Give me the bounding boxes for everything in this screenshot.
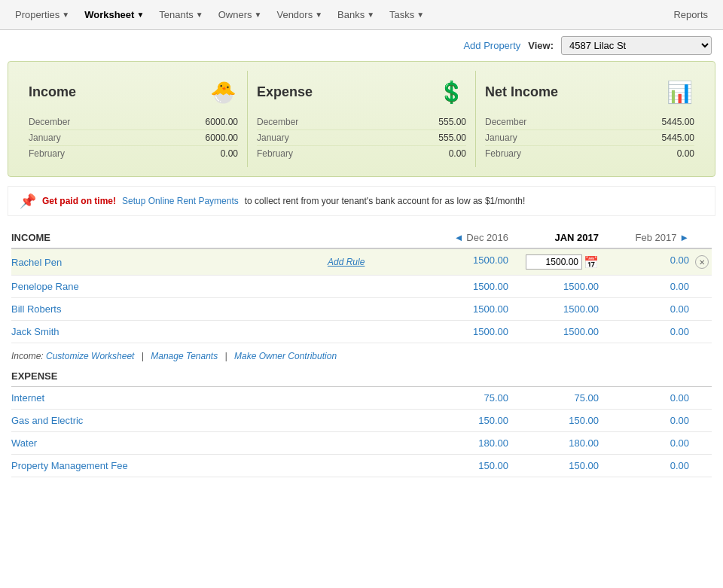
close-row-button[interactable]: ✕ [695, 255, 709, 269]
water-feb[interactable]: 0.00 [599, 437, 689, 449]
income-section: INCOME ◄ Dec 2016 JAN 2017 Feb 2017 ► Ra… [0, 220, 723, 485]
view-label: View: [528, 40, 554, 51]
calendar-icon[interactable]: 📅 [584, 255, 599, 270]
bill-amounts: 1500.00 1500.00 0.00 [418, 303, 689, 315]
penelope-jan[interactable]: 1500.00 [508, 281, 599, 292]
top-controls: Add Property View: 4587 Lilac St [0, 30, 723, 61]
internet-feb[interactable]: 0.00 [599, 392, 689, 404]
water-amounts: 180.00 180.00 0.00 [418, 437, 689, 449]
next-month-arrow[interactable]: ► [679, 232, 689, 243]
income-icon: 🐣 [208, 77, 238, 107]
expense-gas-electric[interactable]: Gas and Electric [11, 415, 343, 426]
net-income-card-title: Net Income [485, 84, 558, 100]
expense-card-title: Expense [257, 84, 313, 100]
water-dec[interactable]: 180.00 [418, 437, 508, 449]
expense-row-water: Water 180.00 180.00 0.00 [11, 432, 712, 455]
view-select[interactable]: 4587 Lilac St [561, 36, 712, 55]
expense-row-gas-electric: Gas and Electric 150.00 150.00 0.00 [11, 410, 712, 432]
gas-dec[interactable]: 150.00 [418, 415, 508, 426]
income-links: Income: Customize Worksheet | Manage Ten… [11, 343, 712, 367]
tenant-jack-smith[interactable]: Jack Smith [11, 326, 343, 337]
rachel-dec[interactable]: 1500.00 [418, 254, 508, 270]
nav-item-tenants[interactable]: Tenants ▼ [151, 0, 210, 29]
nav-item-tasks[interactable]: Tasks ▼ [382, 0, 432, 29]
manage-tenants-link[interactable]: Manage Tenants [151, 351, 218, 361]
make-owner-contribution-link[interactable]: Make Owner Contribution [234, 351, 337, 361]
expense-row-internet: Internet 75.00 75.00 0.00 [11, 387, 712, 410]
vendors-caret: ▼ [315, 11, 322, 19]
bell-icon: 📌 [20, 193, 36, 209]
nav-item-worksheet[interactable]: Worksheet ▼ [77, 0, 151, 29]
expense-property-mgmt[interactable]: Property Management Fee [11, 460, 343, 471]
nav-item-vendors[interactable]: Vendors ▼ [269, 0, 330, 29]
main-nav: Properties ▼ Worksheet ▼ Tenants ▼ Owner… [0, 0, 723, 30]
penelope-dec[interactable]: 1500.00 [418, 281, 508, 292]
bill-jan[interactable]: 1500.00 [508, 303, 599, 315]
owners-caret: ▼ [255, 11, 262, 19]
mgmt-dec[interactable]: 150.00 [418, 460, 508, 471]
promo-banner: 📌 Get paid on time! Setup Online Rent Pa… [8, 186, 715, 216]
mgmt-amounts: 150.00 150.00 0.00 [418, 460, 689, 471]
nav-item-reports[interactable]: Reports [666, 0, 715, 29]
promo-bold: Get paid on time! [42, 196, 116, 206]
rachel-jan: 📅 [508, 254, 599, 270]
jack-jan[interactable]: 1500.00 [508, 326, 599, 337]
expense-row-property-mgmt: Property Management Fee 150.00 150.00 0.… [11, 455, 712, 477]
jack-dec[interactable]: 1500.00 [418, 326, 508, 337]
income-card-title: Income [29, 84, 76, 100]
income-row-jack-smith: Jack Smith 1500.00 1500.00 0.00 [11, 321, 712, 343]
bill-feb[interactable]: 0.00 [599, 303, 689, 315]
nav-item-banks[interactable]: Banks ▼ [330, 0, 382, 29]
gas-feb[interactable]: 0.00 [599, 415, 689, 426]
nav-item-properties[interactable]: Properties ▼ [8, 0, 77, 29]
promo-rest: to collect rent from your tenant's bank … [245, 196, 525, 206]
income-card: Income 🐣 December 6000.00 January 6000.0… [20, 71, 248, 167]
internet-jan[interactable]: 75.00 [508, 392, 599, 404]
tenant-penelope-rane[interactable]: Penelope Rane [11, 281, 343, 292]
tenant-bill-roberts[interactable]: Bill Roberts [11, 303, 343, 315]
rachel-jan-input[interactable] [526, 254, 582, 270]
expense-row-january: January 555.00 [257, 130, 466, 146]
rachel-feb[interactable]: 0.00 [599, 254, 689, 270]
internet-amounts: 75.00 75.00 0.00 [418, 392, 689, 404]
month-feb-2017: Feb 2017 ► [599, 232, 689, 243]
internet-dec[interactable]: 75.00 [418, 392, 508, 404]
mgmt-jan[interactable]: 150.00 [508, 460, 599, 471]
water-jan[interactable]: 180.00 [508, 437, 599, 449]
income-row-february: February 0.00 [29, 146, 238, 161]
promo-link[interactable]: Setup Online Rent Payments [122, 196, 239, 206]
tenant-rachel-pen[interactable]: Rachel Pen [11, 257, 328, 268]
net-income-row-february: February 0.00 [485, 146, 694, 161]
income-row-penelope-rane: Penelope Rane 1500.00 1500.00 0.00 [11, 276, 712, 298]
mgmt-feb[interactable]: 0.00 [599, 460, 689, 471]
expense-icon: 💲 [436, 77, 466, 107]
customize-worksheet-link[interactable]: Customize Worksheet [46, 351, 134, 361]
expense-section-title: EXPENSE [11, 367, 712, 387]
income-header-row: INCOME ◄ Dec 2016 JAN 2017 Feb 2017 ► [11, 227, 712, 249]
month-headers: ◄ Dec 2016 JAN 2017 Feb 2017 ► [418, 232, 689, 243]
worksheet-caret: ▼ [136, 11, 144, 19]
rachel-amounts: 1500.00 📅 0.00 [418, 254, 689, 270]
expense-card: Expense 💲 December 555.00 January 555.00… [248, 71, 476, 167]
properties-caret: ▼ [62, 11, 69, 19]
add-property-link[interactable]: Add Property [463, 40, 520, 51]
income-row-january: January 6000.00 [29, 130, 238, 146]
bill-dec[interactable]: 1500.00 [418, 303, 508, 315]
jack-amounts: 1500.00 1500.00 0.00 [418, 326, 689, 337]
expense-row-february: February 0.00 [257, 146, 466, 161]
penelope-amounts: 1500.00 1500.00 0.00 [418, 281, 689, 292]
expense-internet[interactable]: Internet [11, 392, 343, 404]
nav-item-owners[interactable]: Owners ▼ [211, 0, 270, 29]
jack-feb[interactable]: 0.00 [599, 326, 689, 337]
gas-jan[interactable]: 150.00 [508, 415, 599, 426]
add-rule-action[interactable]: Add Rule [328, 257, 403, 267]
income-row-december: December 6000.00 [29, 114, 238, 130]
month-dec-2016: ◄ Dec 2016 [418, 232, 508, 243]
expense-water[interactable]: Water [11, 437, 343, 449]
net-income-row-december: December 5445.00 [485, 114, 694, 130]
income-row-bill-roberts: Bill Roberts 1500.00 1500.00 0.00 [11, 298, 712, 321]
expense-row-december: December 555.00 [257, 114, 466, 130]
prev-month-arrow[interactable]: ◄ [454, 232, 464, 243]
tenants-caret: ▼ [196, 11, 203, 19]
penelope-feb[interactable]: 0.00 [599, 281, 689, 292]
